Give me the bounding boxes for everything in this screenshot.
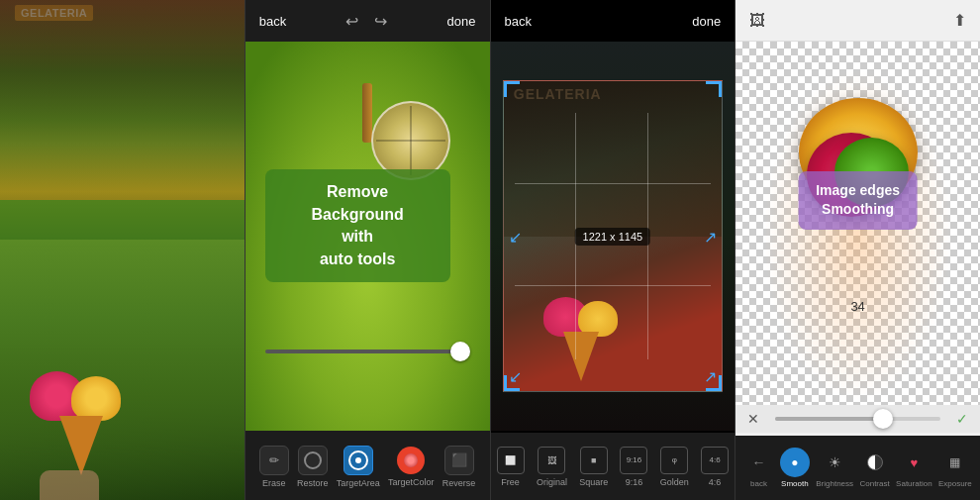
panel4-bottom-toolbar: ← back ● Smooth ☀ Brightness Contrast ♥ — [735, 436, 980, 500]
panel2-slider-thumb[interactable] — [450, 342, 470, 361]
free-icon: ⬜ — [497, 447, 525, 474]
erase-icon: ✏ — [259, 446, 289, 475]
crop-corner-tr — [706, 81, 722, 97]
crop-tool-golden[interactable]: φ Golden — [660, 447, 689, 487]
golden-icon: φ — [660, 447, 688, 474]
arrow-br[interactable]: ↗ — [704, 367, 717, 386]
icecream-cone — [59, 416, 103, 475]
916-label: 9:16 — [626, 477, 643, 487]
icecream-ball-yellow — [71, 376, 121, 421]
panel4-subject — [772, 78, 943, 392]
panel4: 🖼 ⬆ Image edges Smoothing 34 ✕ ✓ ← — [735, 0, 980, 500]
adj-exposure-label: Exposure — [938, 479, 972, 488]
panel4-share-icon[interactable]: ⬆ — [953, 11, 966, 30]
adj-smooth-label: Smooth — [781, 479, 809, 488]
panel1: GELATERIA Background Eraser — [0, 0, 245, 500]
crop-tool-46[interactable]: 4:6 4:6 — [701, 447, 729, 487]
tool-erase[interactable]: ✏ Erase — [259, 446, 289, 488]
crop-size-badge: 1221 x 1145 — [575, 228, 651, 246]
panel4-instruction-overlay: Image edges Smoothing — [798, 171, 918, 230]
adj-tool-back[interactable]: ← back — [743, 448, 773, 488]
adj-contrast-icon — [860, 448, 890, 477]
adj-tool-brightness[interactable]: ☀ Brightness — [816, 448, 853, 488]
crop-grid-h2 — [515, 285, 711, 286]
panel4-instruction-text: Image edges Smoothing — [816, 182, 900, 218]
panel3-done-button[interactable]: done — [692, 14, 721, 29]
magnifier-crosshair-v — [410, 106, 411, 175]
adj-saturation-icon: ♥ — [899, 448, 929, 477]
panel4-close-icon[interactable]: ✕ — [747, 411, 759, 427]
panel2-instruction-text: Remove Background with auto tools — [311, 183, 403, 266]
redo-icon[interactable]: ↪ — [374, 12, 387, 31]
target-color-label: TargetColor — [388, 477, 435, 487]
adj-tool-smooth[interactable]: ● Smooth — [780, 448, 810, 488]
crop-tool-free[interactable]: ⬜ Free — [497, 447, 525, 487]
arrow-right[interactable]: ↗ — [704, 227, 717, 246]
tool-target-color[interactable]: TargetColor — [388, 447, 435, 487]
panel1-bottom-photo — [0, 240, 245, 500]
crop-tool-original[interactable]: 🖼 Original — [537, 447, 567, 487]
adj-tool-contrast[interactable]: Contrast — [859, 448, 889, 488]
panel3-photo-area: GELATERIA 1221 x 1145 ↙ ↗ ↙ — [491, 42, 735, 431]
tool-restore[interactable]: Restore — [297, 446, 329, 488]
panel2-back-button[interactable]: back — [259, 14, 286, 29]
panel4-confirm-icon[interactable]: ✓ — [956, 411, 968, 427]
restore-label: Restore — [297, 478, 329, 488]
panel3-back-button[interactable]: back — [505, 14, 532, 29]
adj-tool-saturation[interactable]: ♥ Saturation — [896, 448, 931, 488]
panel4-slider-value: 34 — [735, 299, 980, 314]
arrow-bl[interactable]: ↙ — [509, 367, 522, 386]
adj-tool-exposure[interactable]: ▦ Exposure — [938, 448, 972, 488]
panel2-top-bar: back ↩ ↪ done — [245, 0, 490, 42]
panel3-top-bar: back done — [491, 0, 735, 42]
panel3-bottom-toolbar: ⬜ Free 🖼 Original ■ Square 9:16 9:16 φ — [491, 433, 735, 500]
free-label: Free — [501, 477, 520, 487]
adj-smooth-icon: ● — [780, 448, 810, 477]
original-icon: 🖼 — [538, 447, 565, 474]
undo-icon[interactable]: ↩ — [345, 12, 358, 31]
panel3-crop-area[interactable]: GELATERIA 1221 x 1145 ↙ ↗ ↙ — [503, 80, 723, 391]
adj-back-icon: ← — [743, 448, 773, 477]
adj-brightness-label: Brightness — [816, 479, 853, 488]
46-icon: 4:6 — [701, 447, 729, 474]
target-area-symbol — [348, 450, 368, 470]
panel2-top-icons: ↩ ↪ — [345, 12, 387, 31]
restore-icon — [298, 446, 328, 475]
panel4-top-bar: 🖼 ⬆ — [735, 0, 980, 42]
panel4-canvas: Image edges Smoothing 34 — [735, 42, 980, 411]
target-area-label: TargetArea — [337, 478, 380, 488]
adj-saturation-label: Saturation — [896, 479, 931, 488]
crop-grid-h1 — [515, 183, 711, 184]
erase-label: Erase — [262, 478, 286, 488]
tool-reverse[interactable]: ⬛ Reverse — [442, 446, 476, 488]
panel2-slider-track[interactable] — [265, 350, 470, 353]
panel4-slider-fill — [775, 417, 882, 421]
contrast-symbol — [867, 454, 883, 470]
panel4-slider-thumb[interactable] — [873, 409, 893, 429]
crop-tool-square[interactable]: ■ Square — [579, 447, 608, 487]
original-label: Original — [537, 477, 567, 487]
panel2: back ↩ ↪ done Remove Background with aut… — [245, 0, 490, 500]
panel2-bottom-toolbar: ✏ Erase Restore TargetArea TargetColor ⬛ — [245, 433, 490, 500]
adj-back-label: back — [750, 479, 767, 488]
reverse-label: Reverse — [442, 478, 476, 488]
crop-corner-tl — [504, 81, 520, 97]
tool-target-area[interactable]: TargetArea — [337, 446, 380, 488]
adj-exposure-icon: ▦ — [940, 448, 970, 477]
panel4-slider-section: ✕ ✓ — [735, 405, 980, 433]
panel3: back done GELATERIA — [490, 0, 735, 500]
adj-brightness-icon: ☀ — [820, 448, 849, 477]
crop-tool-916[interactable]: 9:16 9:16 — [620, 447, 647, 487]
square-icon: ■ — [580, 447, 608, 474]
panel2-canvas: Remove Background with auto tools — [245, 42, 490, 431]
hand — [40, 470, 99, 500]
panel3-cone — [563, 332, 599, 381]
square-label: Square — [579, 477, 608, 487]
panel2-done-button[interactable]: done — [447, 14, 476, 29]
arrow-left[interactable]: ↙ — [509, 227, 522, 246]
panel4-slider-track[interactable] — [775, 417, 940, 421]
magnifier-circle — [371, 101, 450, 180]
916-icon: 9:16 — [620, 447, 647, 474]
panel3-icecream — [573, 292, 652, 381]
panel4-image-icon[interactable]: 🖼 — [749, 12, 765, 30]
